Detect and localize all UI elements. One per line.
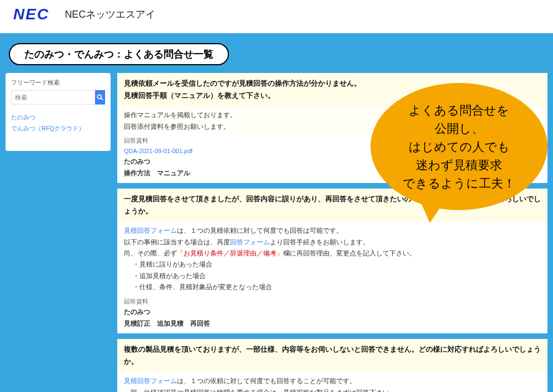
nec-logo: NEC (13, 6, 49, 23)
attachment-label: 回答資料 (124, 135, 541, 146)
faq-answer: 見積回答フォームは、１つの依頼に対して何度でも回答することが可能です。一部、仕様… (117, 372, 547, 392)
faq-tag-keywords: 見積訂正 追加見積 再回答 (124, 318, 541, 329)
faq-tag-category: たのみつ (124, 156, 541, 167)
faq-item: 一度見積回答をさせて頂きましたが、回答内容に誤りがあり、再回答をさせて頂きたいの… (117, 189, 547, 333)
page-body: たのみつ・でんみつ：よくある問合せ一覧 フリーワード検索 たのみつ でんみつ（R… (0, 33, 553, 392)
sidebar-heading: フリーワード検索 (11, 79, 105, 87)
faq-list: 見積依頼メールを受信したのですが見積回答の操作方法が分かりません。 見積回答手順… (117, 73, 547, 392)
search-icon (96, 93, 104, 101)
sidebar: フリーワード検索 たのみつ でんみつ（RFQクラウド） (6, 73, 111, 151)
faq-tag-keywords: 操作方法 マニュアル (124, 168, 541, 179)
svg-line-1 (101, 98, 103, 101)
faq-question: 一度見積回答をさせて頂きましたが、回答内容に誤りがあり、再回答をさせて頂きたいの… (117, 189, 547, 222)
faq-answer: 操作マニュアルを掲載しております。回答添付資料を参照お願いします。 (117, 106, 547, 133)
brand-name: NECネッツエスアイ (65, 8, 155, 21)
page-title: たのみつ・でんみつ：よくある問合せ一覧 (9, 43, 229, 65)
sidebar-link-denmitsu[interactable]: でんみつ（RFQクラウド） (11, 123, 105, 134)
faq-question: 見積依頼メールを受信したのですが見積回答の操作方法が分かりません。 見積回答手順… (117, 73, 547, 106)
faq-item: 複数の製品見積を頂いておりますが、一部仕様、内容等をお伺いしないと回答できません… (117, 339, 547, 392)
faq-question: 複数の製品見積を頂いておりますが、一部仕様、内容等をお伺いしないと回答できません… (117, 339, 547, 372)
search-button[interactable] (95, 90, 105, 104)
sidebar-link-tanomitsu[interactable]: たのみつ (11, 112, 105, 123)
top-bar: NEC NECネッツエスアイ (0, 0, 553, 33)
attachment-link[interactable]: QDA-2021-09-01-001.pdf (124, 146, 541, 156)
faq-item: 見積依頼メールを受信したのですが見積回答の操作方法が分かりません。 見積回答手順… (117, 73, 547, 183)
svg-point-0 (97, 95, 101, 98)
attachment-label: 回答資料 (124, 296, 541, 307)
faq-tag-category: たのみつ (124, 306, 541, 317)
search-input[interactable] (11, 90, 95, 104)
faq-answer: 見積回答フォームは、１つの見積依頼に対して何度でも回答は可能です。以下の事例に該… (117, 222, 547, 294)
